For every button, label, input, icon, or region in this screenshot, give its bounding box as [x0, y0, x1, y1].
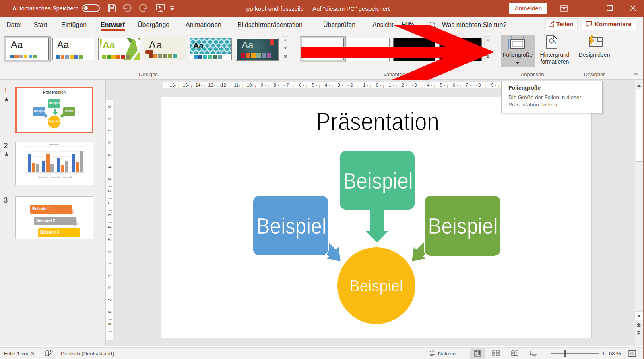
svg-text:■ Datenreihe 3: ■ Datenreihe 3	[62, 176, 72, 178]
svg-text:■ Datenreihe 2: ■ Datenreihe 2	[50, 176, 60, 178]
svg-text:■ Datenreihe 1: ■ Datenreihe 1	[38, 176, 48, 178]
svg-text:Gruppe 4: Gruppe 4	[74, 173, 80, 175]
svg-text:Gruppe 3: Gruppe 3	[60, 173, 66, 175]
svg-text:Gruppe 1: Gruppe 1	[31, 173, 37, 175]
svg-text:Gruppe 2: Gruppe 2	[45, 173, 51, 175]
